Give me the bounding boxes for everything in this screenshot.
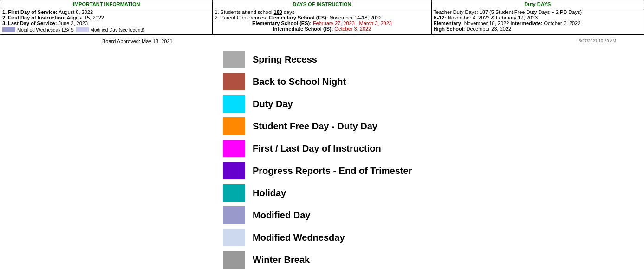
- modified-day-legend-label: Modified Day (see legend): [91, 27, 145, 32]
- legend-item-progress-reports: Progress Reports - End of Trimester: [223, 162, 616, 179]
- legend-color-holiday: [223, 184, 245, 202]
- modified-wed-swatch: [2, 27, 15, 32]
- col3-line3-end: October 3, 2022: [542, 20, 580, 26]
- legend-color-first-last-instruction: [223, 140, 245, 157]
- legend-label-duty-day: Duty Day: [253, 99, 293, 109]
- legend-color-winter-break: [223, 251, 245, 269]
- legend-label-holiday: Holiday: [253, 188, 286, 198]
- col3-line4-value: December 23, 2022: [467, 26, 512, 32]
- legend-color-modified-wednesday: [223, 229, 245, 246]
- col3-line3-value: November 18, 2022: [463, 20, 511, 26]
- legend-item-spring-recess: Spring Recess: [223, 51, 616, 68]
- legend-color-modified-day: [223, 206, 245, 224]
- col2-line2-value: November 14-18, 2022: [328, 15, 382, 20]
- col3-header: Duty DAYS: [431, 0, 644, 8]
- col1-line2-label: 2. First Day of Instruction:: [2, 15, 65, 20]
- legend-label-winter-break: Winter Break: [253, 255, 310, 265]
- legend-label-back-to-school: Back to School Night: [253, 77, 346, 87]
- col1-header: IMPORTANT INFORMATION: [0, 0, 213, 8]
- col2-content: 1. Students attend school 180 days 2. Pa…: [213, 8, 431, 35]
- col3-line3-pre: Elementary:: [434, 20, 463, 26]
- col1-line3-label: 3. Last Day of Service:: [2, 20, 57, 26]
- legend-label-modified-wednesday: Modified Wednesday: [253, 232, 345, 243]
- legend-color-progress-reports: [223, 162, 245, 179]
- legend-item-winter-break: Winter Break: [223, 251, 616, 269]
- col3-content: Teacher Duty Days: 187 (5 Student Free D…: [431, 8, 644, 35]
- legend-item-back-to-school: Back to School Night: [223, 73, 616, 90]
- col2-header: DAYS OF INSTRUCTION: [213, 0, 431, 8]
- legend-item-student-free-duty-day: Student Free Day - Duty Day: [223, 117, 616, 135]
- legend-item-first-last-instruction: First / Last Day of Instruction: [223, 140, 616, 157]
- legend-label-progress-reports: Progress Reports - End of Trimester: [253, 166, 412, 176]
- legend-item-duty-day: Duty Day: [223, 95, 616, 113]
- info-table: IMPORTANT INFORMATION DAYS OF INSTRUCTIO…: [0, 0, 644, 35]
- legend-item-holiday: Holiday: [223, 184, 616, 202]
- legend-color-back-to-school: [223, 73, 245, 90]
- col3-line2-pre: K-12:: [434, 15, 448, 20]
- legend-label-student-free-duty-day: Student Free Day - Duty Day: [253, 121, 377, 132]
- legend-item-modified-wednesday: Modified Wednesday: [223, 229, 616, 246]
- legend-section: Spring RecessBack to School NightDuty Da…: [0, 46, 644, 275]
- col1-line2-value: August 15, 2022: [65, 15, 104, 20]
- modified-day-swatch: [76, 27, 89, 32]
- col2-line4-value: October 3, 2022: [333, 26, 371, 32]
- col3-line1: Teacher Duty Days: 187 (5 Student Free D…: [434, 9, 642, 15]
- col2-line3-bold: Elementary School (ES):: [252, 20, 312, 26]
- legend-label-first-last-instruction: First / Last Day of Instruction: [253, 143, 381, 154]
- legend-color-duty-day: [223, 95, 245, 113]
- legend-label-modified-day: Modified Day: [253, 210, 310, 221]
- col1-line1-label: 1. First Day of Service:: [2, 9, 58, 15]
- col2-line4-bold: Intermediate School (IS):: [273, 26, 333, 32]
- col2-line1-post: days: [282, 9, 294, 15]
- col2-line1-bold: 180: [274, 9, 282, 15]
- col3-line4-pre: High School:: [434, 26, 467, 32]
- legend-item-modified-day: Modified Day: [223, 206, 616, 224]
- legend-color-spring-recess: [223, 51, 245, 68]
- legend-label-spring-recess: Spring Recess: [253, 54, 317, 65]
- board-row: Board Approved: May 18, 2021 5/27/2021 1…: [0, 35, 644, 46]
- timestamp-label: 5/27/2021 10:50 AM: [579, 38, 616, 43]
- col2-line1-pre: 1. Students attend school: [215, 9, 273, 15]
- board-approved-label: Board Approved: May 18, 2021: [102, 38, 173, 44]
- col3-line3-mid: Intermediate:: [510, 20, 542, 26]
- col1-line1-value: August 8, 2022: [58, 9, 93, 15]
- col1-line3-value: June 2, 2023: [57, 20, 88, 26]
- col1-content: 1. First Day of Service: August 8, 2022 …: [0, 8, 213, 35]
- modified-wed-legend-label: Modified Wednesday ES/IS: [17, 27, 74, 32]
- legend-color-student-free-duty-day: [223, 117, 245, 135]
- col2-line3-value: February 27, 2023 - March 3, 2023: [312, 20, 392, 26]
- col2-line2-pre: 2. Parent Conferences:: [215, 15, 268, 20]
- col3-line2-value: November 4, 2022 & February 17, 2023: [448, 15, 538, 20]
- col2-line2-bold: Elementary School (ES):: [269, 15, 328, 20]
